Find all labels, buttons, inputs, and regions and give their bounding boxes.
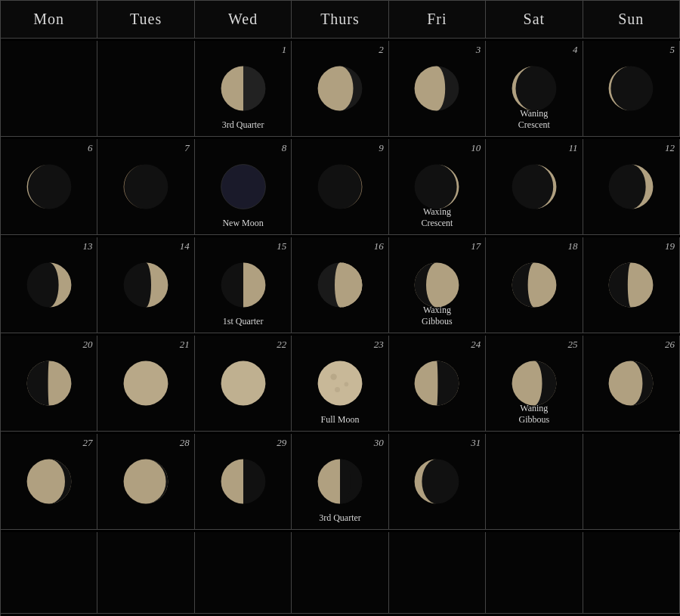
empty-cell: [389, 532, 486, 614]
header-thurs: Thurs: [292, 1, 388, 39]
day-14: 14: [97, 237, 194, 333]
header-sun: Sun: [583, 1, 680, 39]
header-sat: Sat: [486, 1, 583, 39]
day-28: 28: [97, 434, 194, 530]
day-22: 22: [195, 336, 292, 432]
day-27: 27: [1, 434, 97, 530]
day-12: 12: [583, 139, 680, 235]
svg-point-18: [335, 263, 351, 308]
day-20: 20: [1, 336, 97, 432]
day-16: 16: [292, 237, 388, 333]
day-6: 6: [1, 139, 97, 235]
day-15: 15 1st Quarter: [195, 237, 292, 333]
day-8: 8 New Moon: [195, 139, 292, 235]
day-29: 29: [195, 434, 292, 530]
svg-point-24: [221, 361, 265, 406]
empty-cell: [1, 532, 97, 614]
header-wed: Wed: [195, 1, 292, 39]
empty-cell: [97, 532, 194, 614]
svg-point-23: [124, 361, 168, 406]
svg-point-25: [318, 361, 363, 406]
header-mon: Mon: [1, 1, 97, 39]
day-2: 2: [292, 41, 388, 137]
day-11: 11: [486, 139, 583, 235]
header-tues: Tues: [97, 1, 194, 39]
svg-point-27: [345, 382, 349, 387]
empty-cell: [97, 41, 194, 137]
day-23: 23 Full Moon: [292, 336, 388, 432]
day-10: 10 WaxingCrescent: [389, 139, 486, 235]
day-1: 1 3rd Quarter: [195, 41, 292, 137]
empty-cell: [486, 434, 583, 530]
day-17: 17 WaxingGibbous: [389, 237, 486, 333]
empty-cell: [292, 532, 388, 614]
day-25: 25 WaningGibbous: [486, 336, 583, 432]
day-31: 31: [389, 434, 486, 530]
svg-point-28: [335, 387, 340, 392]
day-5: 5: [583, 41, 680, 137]
day-26: 26: [583, 336, 680, 432]
empty-cell: [583, 434, 680, 530]
empty-cell: [195, 532, 292, 614]
empty-cell: [1, 41, 97, 137]
day-21: 21: [97, 336, 194, 432]
moon-calendar: Mon Tues Wed Thurs Fri Sat Sun 1 3rd Qua…: [0, 0, 680, 616]
day-7: 7: [97, 139, 194, 235]
day-30: 30 3rd Quarter: [292, 434, 388, 530]
day-18: 18: [486, 237, 583, 333]
day-3: 3: [389, 41, 486, 137]
day-19: 19: [583, 237, 680, 333]
day-24: 24: [389, 336, 486, 432]
day-13: 13: [1, 237, 97, 333]
day-9: 9: [292, 139, 388, 235]
empty-cell: [583, 532, 680, 614]
svg-point-26: [330, 373, 336, 379]
header-fri: Fri: [389, 1, 486, 39]
empty-cell: [486, 532, 583, 614]
day-4: 4 WaningCrescent: [486, 41, 583, 137]
